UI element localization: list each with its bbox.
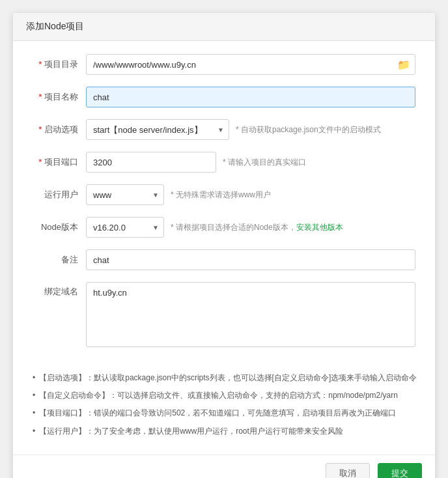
run-user-select-wrapper: www ▼ — [86, 184, 164, 205]
bind-domain-label: 绑定域名 — [33, 282, 78, 298]
note-item-1: 【启动选项】：默认读取package.json中的scripts列表，也可以选择… — [33, 372, 422, 384]
run-user-label: 运行用户 — [33, 189, 78, 201]
bind-domain-row: 绑定域名 — [33, 282, 415, 347]
startup-hint: * 自动获取package.json文件中的启动模式 — [236, 124, 381, 135]
note-item-4: 【运行用户】：为了安全考虑，默认使用www用户运行，root用户运行可能带来安全… — [33, 425, 422, 438]
cancel-button[interactable]: 取消 — [326, 463, 370, 478]
node-version-select-wrapper: v16.20.0 ▼ — [86, 217, 164, 238]
remark-row: 备注 — [33, 249, 415, 270]
note-item-2: 【自定义启动命令】：可以选择启动文件、或直接输入启动命令，支持的启动方式：npm… — [33, 389, 422, 402]
startup-row: 启动选项 start【node server/index.js】 ▼ * 自动获… — [33, 119, 415, 140]
port-input[interactable] — [86, 152, 216, 173]
startup-label: 启动选项 — [33, 124, 78, 135]
startup-select-wrapper: start【node server/index.js】 ▼ — [86, 119, 229, 140]
node-version-hint: * 请根据项目选择合适的Node版本，安装其他版本 — [171, 222, 343, 233]
port-hint: * 请输入项目的真实端口 — [223, 157, 306, 168]
run-user-row: 运行用户 www ▼ * 无特殊需求请选择www用户 — [33, 184, 415, 205]
port-row: 项目端口 * 请输入项目的真实端口 — [33, 152, 415, 173]
dialog-title: 添加Node项目 — [13, 13, 435, 41]
node-version-select[interactable]: v16.20.0 — [86, 217, 164, 238]
node-version-label: Node版本 — [33, 221, 78, 233]
folder-icon[interactable]: 📁 — [397, 59, 410, 71]
project-name-row: 项目名称 — [33, 87, 415, 107]
run-user-select[interactable]: www — [86, 184, 164, 205]
dialog-body: 项目目录 📁 项目名称 启动选项 start【node server/index… — [13, 41, 435, 365]
project-dir-row: 项目目录 📁 — [33, 54, 415, 75]
dialog-footer: 取消 提交 — [13, 455, 435, 478]
port-label: 项目端口 — [33, 156, 78, 168]
project-dir-label: 项目目录 — [33, 59, 78, 70]
run-user-hint: * 无特殊需求请选择www用户 — [171, 190, 271, 201]
add-node-dialog: 添加Node项目 项目目录 📁 项目名称 启动选项 start【node ser… — [13, 13, 435, 478]
node-version-row: Node版本 v16.20.0 ▼ * 请根据项目选择合适的Node版本，安装其… — [33, 217, 415, 238]
remark-input[interactable] — [86, 249, 415, 270]
project-dir-input-wrapper: 📁 — [86, 54, 415, 75]
project-dir-input[interactable] — [86, 54, 415, 75]
install-other-versions-link[interactable]: 安装其他版本 — [296, 223, 343, 232]
notes-section: 【启动选项】：默认读取package.json中的scripts列表，也可以选择… — [13, 365, 435, 449]
project-name-label: 项目名称 — [33, 91, 78, 103]
bind-domain-textarea[interactable] — [86, 282, 415, 347]
startup-select[interactable]: start【node server/index.js】 — [86, 119, 229, 140]
note-item-3: 【项目端口】：错误的端口会导致访问502，若不知道端口，可先随意填写，启动项目后… — [33, 407, 422, 419]
submit-button[interactable]: 提交 — [378, 463, 422, 478]
remark-label: 备注 — [33, 254, 78, 266]
project-name-input[interactable] — [86, 87, 415, 107]
